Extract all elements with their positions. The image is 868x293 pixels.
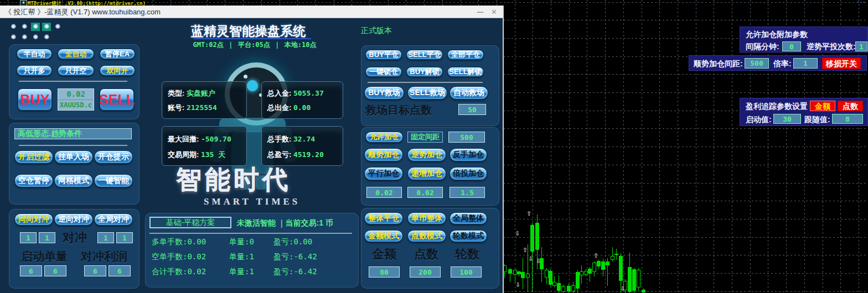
rescue-points-input[interactable]: 50 (458, 104, 486, 115)
multiplier-label: 倍率: (773, 59, 792, 69)
start-lot-input-1[interactable]: 6 (20, 265, 42, 276)
candle-body (530, 225, 534, 252)
plan-selector[interactable]: 基础-平稳方案 (149, 217, 231, 228)
hedge-input-3[interactable]: 1 (97, 232, 114, 243)
multiplier-input[interactable]: 1 (793, 58, 818, 69)
interval-minutes-input[interactable]: 0 (782, 41, 801, 51)
candle-body (521, 272, 525, 278)
buy-unlock-button[interactable]: BUY解锁 (406, 67, 443, 77)
hedge-profit-input-2[interactable]: 6 (108, 265, 131, 276)
global-hedge-button[interactable]: 全局对冲 (94, 213, 133, 226)
filter-condition-field[interactable]: 高低形态.趋势条件 (14, 128, 132, 139)
close-all-button[interactable]: 全部平仓 (447, 50, 484, 60)
gap-input[interactable]: 500 (448, 132, 485, 143)
flat-pause-button[interactable]: 空仓暂停 (14, 174, 53, 187)
rounds-input[interactable]: 100 (451, 266, 482, 278)
total-count-cell: 单量:1 (229, 267, 254, 277)
one-key-smart-button[interactable]: 一键智能 (94, 174, 133, 187)
single-symbol-whole-button[interactable]: 单币整体 (407, 212, 446, 224)
grid-mode-button[interactable]: 网格模式 (54, 174, 93, 187)
buy-rescue-button[interactable]: BUY救场 (364, 86, 404, 100)
increment-addpos-button[interactable]: 递增加仓 (407, 167, 446, 180)
hedge-profit-input-1[interactable]: 6 (84, 265, 106, 276)
candle-body (642, 290, 645, 292)
withdraw-value: 0.00 (293, 103, 311, 112)
mode-both-ways-button[interactable]: 双向开 (100, 65, 135, 76)
fixed-gap-box[interactable]: 固定间距 (407, 132, 443, 143)
start-value-input[interactable]: 30 (773, 114, 801, 124)
withdraw-label: 总出金: (267, 103, 291, 112)
panel-trend-gap: 顺势加仓间距: 500 倍率: 1 移损开关 (689, 55, 867, 71)
same-dir-hedge-button[interactable]: 同向对冲 (14, 213, 53, 226)
trend-gap-input[interactable]: 500 (745, 58, 769, 69)
pending-entry-button[interactable]: 挂单入场 (54, 150, 93, 164)
mode-long-only-button[interactable]: 只开多 (17, 65, 52, 76)
counter-trend-count-input[interactable]: 1 (855, 41, 867, 51)
mode-full-auto-button[interactable]: 全自动 (58, 49, 94, 59)
amount-mode-pill[interactable]: 金额模式 (364, 230, 403, 242)
sell-rescue-button[interactable]: SELL救场 (407, 86, 447, 100)
screen: ⇧⇧⇩⇩⇩⇩⇧⇩ + MTDriver统计 ,V3.06;(http://mtd… (0, 0, 868, 293)
sell-close-button[interactable]: SELL平仓 (406, 50, 443, 60)
ea-window: 《 投汇帮 》-蓝精灵 (V1.7) www.touhuibang.com — … (0, 6, 504, 293)
allow-addpos-button[interactable]: 允许加仓 (365, 132, 403, 143)
hedge-input-1[interactable]: 1 (20, 232, 37, 243)
hedge-input-2[interactable]: 1 (39, 232, 55, 243)
smart-status-text: 未激活智能 ｜当前交易:1 币 (237, 218, 333, 228)
close-button[interactable]: ✕ (491, 8, 497, 16)
candle-body (561, 286, 565, 292)
account-id-label: 账号: (168, 103, 184, 112)
slogan-en: SMART TIMES (204, 196, 300, 207)
lot-symbol-display[interactable]: 0.02 XAUUSD.c (58, 88, 94, 111)
time-row: GMT:02点 ｜ 平台:05点 ｜ 本地:10点 (183, 40, 327, 50)
addpos-lot-input-1[interactable]: 0.02 (366, 187, 402, 198)
candle-body (545, 270, 549, 278)
parallel-addpos-button[interactable]: 平行加仓 (364, 167, 403, 180)
follow-value-input[interactable]: 8 (832, 114, 863, 124)
rounds-mode-pill[interactable]: 轮数模式 (450, 230, 487, 242)
mode-pause-ea-button[interactable]: 暂停EA (100, 49, 135, 59)
counter-addpos-button[interactable]: 逆势加仓 (407, 148, 446, 161)
window-titlebar[interactable]: 《 投汇帮 》-蓝精灵 (V1.7) www.touhuibang.com — … (0, 6, 503, 18)
total-pl-value: 4519.20 (293, 150, 324, 159)
trend-addpos-button[interactable]: 顺势加仓 (364, 148, 403, 161)
candle-body (619, 256, 623, 281)
trade-arrow-up-icon: ⇧ (526, 211, 531, 217)
sell-unlock-button[interactable]: SELL解锁 (447, 67, 484, 77)
open-alert-button[interactable]: 开仓提示 (94, 150, 133, 164)
addpos-lot-input-2[interactable]: 0.02 (407, 187, 443, 198)
flip-addpos-button[interactable]: 反手加仓 (450, 148, 487, 161)
mode-semi-auto-button[interactable]: 半自动 (17, 49, 52, 59)
start-lot-input-2[interactable]: 6 (44, 265, 66, 276)
points-input[interactable]: 200 (410, 266, 441, 278)
start-value-label: 启动值: (746, 115, 772, 125)
counter-trend-count-label: 逆势平投次数: (807, 42, 856, 52)
mode-short-only-button[interactable]: 只开空 (58, 65, 94, 76)
candle-body (584, 271, 588, 275)
buy-close-button[interactable]: BUY平仓 (365, 50, 402, 60)
reverse-hedge-button[interactable]: 逆向对冲 (54, 213, 93, 226)
amount-input[interactable]: 80 (369, 266, 400, 278)
total-lots-value: 32.74 (293, 135, 315, 143)
points-mode-pill[interactable]: 点数模式 (407, 230, 446, 242)
candle-body (580, 271, 583, 275)
drawdown-value: -509.70 (201, 135, 231, 143)
amount-mode-button[interactable]: 金额 (810, 101, 835, 111)
move-stop-switch-button[interactable]: 移损开关 (822, 57, 861, 69)
sell-button[interactable]: SELL (100, 88, 134, 111)
global-whole-button[interactable]: 全局整体 (450, 212, 487, 224)
candle-body (601, 261, 605, 270)
points-mode-button[interactable]: 点数 (838, 101, 863, 111)
martingale-addpos-button[interactable]: 倍投加仓 (450, 167, 487, 180)
gear-icon-active: ✺ (31, 23, 40, 31)
candle-body (628, 267, 632, 292)
hedge-input-4[interactable]: 1 (116, 232, 133, 243)
minimize-button[interactable]: — (477, 8, 484, 16)
whole-close-button[interactable]: 整体平仓 (364, 212, 403, 224)
one-key-lock-button[interactable]: 一键锁仓 (365, 67, 402, 77)
trend-gap-label: 顺势加仓间距: (694, 59, 743, 69)
filter-on-button[interactable]: 开启过滤 (14, 150, 53, 164)
addpos-multiplier-input[interactable]: 1.5 (450, 187, 485, 198)
auto-rescue-button[interactable]: 自动救场 (450, 86, 488, 100)
buy-button[interactable]: BUY (18, 88, 52, 111)
